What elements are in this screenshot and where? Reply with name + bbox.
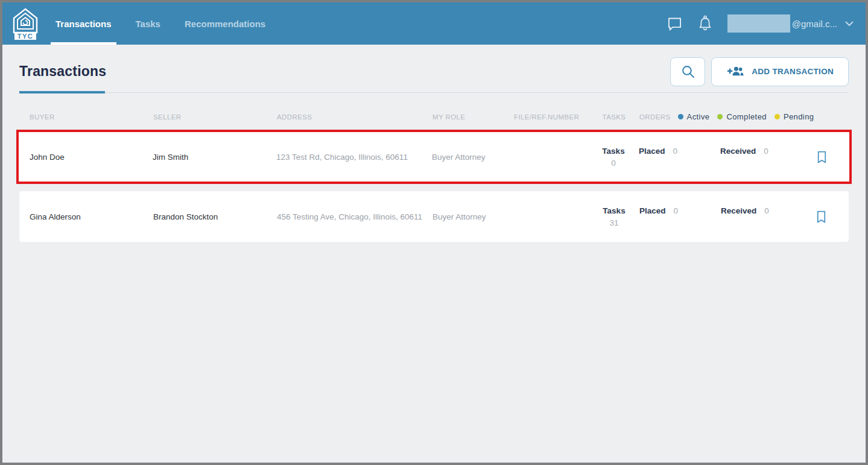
my-role-cell: Buyer Attorney <box>432 153 513 162</box>
placed-label: Placed <box>639 206 666 215</box>
rule-line <box>19 92 849 93</box>
column-header-seller: SELLER <box>153 113 277 121</box>
legend-item-pending: Pending <box>775 112 814 121</box>
transactions-list: John Doe Jim Smith 123 Test Rd, Chicago,… <box>2 130 866 242</box>
nav-item-recommendations[interactable]: Recommendations <box>185 2 265 45</box>
chat-bubble-icon <box>667 16 683 32</box>
tasks-count: 0 <box>611 159 616 168</box>
navbar-right: @gmail.c... <box>667 2 854 45</box>
orders-placed-cell: Placed 0 <box>639 206 721 215</box>
buyer-cell: Gina Alderson <box>19 212 153 221</box>
transaction-row[interactable]: Gina Alderson Brandon Stockton 456 Testi… <box>19 191 849 242</box>
search-button[interactable] <box>670 57 705 86</box>
buyer-cell: John Doe <box>19 153 153 162</box>
house-spiral-logo-icon: TYC <box>12 7 39 40</box>
tasks-cell: Tasks 0 <box>596 147 631 168</box>
legend-item-completed: Completed <box>717 112 766 121</box>
received-label: Received <box>720 147 756 156</box>
orders-placed-cell: Placed 0 <box>639 147 720 156</box>
nav-item-tasks[interactable]: Tasks <box>136 2 160 45</box>
bell-icon <box>697 15 713 32</box>
active-status-dot <box>678 114 683 119</box>
received-count: 0 <box>764 206 769 215</box>
tasks-label: Tasks <box>602 147 624 156</box>
orders-received-cell: Received 0 <box>721 206 799 215</box>
bookmark-button[interactable] <box>816 210 826 223</box>
orders-received-cell: Received 0 <box>720 147 799 156</box>
placed-label: Placed <box>639 147 665 156</box>
bookmark-icon <box>817 151 827 163</box>
received-label: Received <box>721 206 756 215</box>
column-header-address: ADDRESS <box>277 113 432 121</box>
tasks-label: Tasks <box>603 206 625 215</box>
completed-status-dot <box>717 114 723 119</box>
bookmark-icon <box>816 210 826 223</box>
user-email-redacted-block <box>727 14 790 33</box>
tasks-cell: Tasks 31 <box>597 206 632 227</box>
rule-accent <box>19 91 105 93</box>
address-cell: 123 Test Rd, Chicago, Illinois, 60611 <box>276 153 432 162</box>
add-transaction-button[interactable]: ADD TRANSACTION <box>711 57 849 86</box>
status-legend: Active Completed Pending <box>678 112 814 121</box>
placed-count: 0 <box>673 147 678 156</box>
page-title: Transactions <box>19 63 106 80</box>
column-header-file-ref-number: FILE/REF.NUMBER <box>514 113 597 121</box>
chevron-down-icon <box>845 21 854 27</box>
bookmark-button[interactable] <box>817 151 827 163</box>
person-add-icon <box>726 66 744 77</box>
user-email: @gmail.c... <box>792 19 837 29</box>
seller-cell: Brandon Stockton <box>153 212 277 221</box>
placed-count: 0 <box>674 206 679 215</box>
transaction-row[interactable]: John Doe Jim Smith 123 Test Rd, Chicago,… <box>16 130 852 184</box>
nav-item-label: Tasks <box>136 19 160 29</box>
messages-button[interactable] <box>667 16 683 32</box>
received-count: 0 <box>764 147 768 156</box>
nav-item-label: Transactions <box>55 19 112 29</box>
notifications-button[interactable] <box>697 15 713 32</box>
search-icon <box>681 65 695 78</box>
title-rule <box>19 91 849 93</box>
seller-cell: Jim Smith <box>153 153 276 162</box>
legend-label: Completed <box>726 112 766 121</box>
nav-item-label: Recommendations <box>185 19 265 29</box>
nav-item-transactions[interactable]: Transactions <box>55 2 112 45</box>
app-logo[interactable]: TYC <box>12 7 39 45</box>
main-nav: Transactions Tasks Recommendations <box>55 2 265 45</box>
legend-label: Pending <box>784 112 814 121</box>
address-cell: 456 Testing Ave, Chicago, Illinois, 6061… <box>277 212 432 221</box>
legend-item-active: Active <box>678 112 710 121</box>
column-header-tasks: TASKS <box>597 113 632 121</box>
tasks-count: 31 <box>609 218 618 227</box>
column-header-orders: ORDERS <box>639 113 671 121</box>
my-role-cell: Buyer Attorney <box>432 212 514 221</box>
top-navbar: TYC Transactions Tasks Recommendations <box>2 2 866 45</box>
column-header-buyer: BUYER <box>19 113 153 121</box>
pending-status-dot <box>775 114 780 119</box>
toolbar: ADD TRANSACTION <box>670 57 849 86</box>
add-transaction-label: ADD TRANSACTION <box>752 67 834 76</box>
logo-text: TYC <box>17 33 34 40</box>
column-header-my-role: MY ROLE <box>432 113 514 121</box>
legend-label: Active <box>687 112 710 121</box>
user-account-menu[interactable]: @gmail.c... <box>727 14 854 33</box>
page-header: Transactions ADD TRANSACTION <box>2 45 866 91</box>
table-header: BUYER SELLER ADDRESS MY ROLE FILE/REF.NU… <box>2 93 866 130</box>
